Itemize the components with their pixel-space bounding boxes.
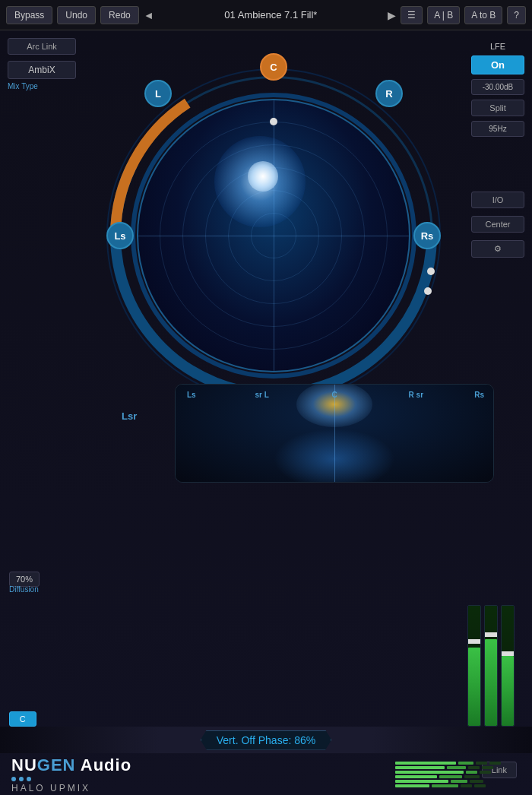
main-sphere: [137, 99, 410, 372]
meter-seg-5-1: [395, 780, 448, 783]
speaker-ls[interactable]: Ls: [106, 222, 134, 249]
io-button[interactable]: I/O: [471, 192, 524, 208]
ring-dot-right-1[interactable]: [427, 268, 435, 275]
top-bar: Bypass Undo Redo ◄ 01 Ambience 7.1 Fill*…: [0, 0, 532, 30]
speaker-r[interactable]: R: [375, 80, 403, 107]
spacer: [471, 141, 524, 187]
ring-dot-right-2[interactable]: [424, 287, 432, 295]
meter-seg-6-1: [395, 784, 429, 787]
meter-seg-1-1: [395, 762, 456, 765]
lfe-on-button[interactable]: On: [471, 55, 524, 74]
playlist-button[interactable]: ☰: [401, 6, 423, 24]
help-button[interactable]: ?: [507, 6, 526, 24]
speaker-lsr-label: Lsr: [122, 410, 137, 422]
viz2d-rsr-label: R sr: [409, 391, 423, 399]
sphere-container: C L R Ls Rs: [99, 38, 448, 433]
arc-link-button[interactable]: Arc Link: [8, 38, 76, 55]
viz2d-panel: Ls sr L C R sr Rs: [175, 384, 494, 483]
sphere-glow-inner: [248, 161, 278, 192]
ring-dot-top[interactable]: [270, 118, 277, 125]
lfe-label: LFE: [471, 42, 524, 51]
redo-button[interactable]: Redo: [100, 6, 139, 24]
center-area: C L R Ls Rs Lsr Rsr: [84, 30, 464, 795]
center-button[interactable]: Center: [471, 216, 524, 233]
viz2d-srl-label: sr L: [255, 391, 269, 399]
speaker-c[interactable]: C: [260, 53, 287, 81]
lfe-level-display[interactable]: -30.00dB: [471, 79, 524, 95]
atob-button[interactable]: A to B: [464, 6, 502, 24]
play-button[interactable]: ▶: [388, 9, 396, 21]
preset-name: 01 Ambience 7.1 Fill*: [224, 9, 317, 21]
undo-button[interactable]: Undo: [57, 6, 96, 24]
crosshair-horizontal: [138, 236, 409, 236]
left-panel: Arc Link AmbiX Mix Type: [0, 30, 84, 795]
meter-seg-3-1: [395, 771, 464, 774]
meter-seg-4-1: [395, 775, 437, 778]
phase-display: Vert. Off Phase: 86%: [201, 730, 331, 750]
right-panel: LFE On -30.00dB Split 95Hz I/O Center ⚙: [464, 30, 532, 795]
meter-seg-4-2: [439, 775, 462, 778]
bypass-button[interactable]: Bypass: [6, 6, 52, 24]
viz2d-ls-label: Ls: [187, 391, 196, 399]
preset-area: 01 Ambience 7.1 Fill*: [159, 9, 384, 21]
ab-button[interactable]: A | B: [427, 6, 460, 24]
split-button[interactable]: Split: [471, 100, 524, 116]
speaker-rs[interactable]: Rs: [413, 222, 441, 249]
meter-seg-6-2: [432, 784, 458, 787]
mix-type-button[interactable]: AmbiX: [8, 61, 76, 79]
main-area: Arc Link AmbiX Mix Type: [0, 30, 532, 795]
viz2d-centerline: [334, 385, 335, 482]
meter-seg-2-1: [395, 766, 445, 769]
prev-preset-arrow[interactable]: ◄: [144, 9, 154, 21]
speaker-l[interactable]: L: [144, 80, 172, 107]
mix-type-label: Mix Type: [8, 82, 76, 90]
gear-button[interactable]: ⚙: [471, 240, 524, 258]
lfe-freq-display[interactable]: 95Hz: [471, 121, 524, 137]
viz2d-c-label: C: [331, 391, 337, 399]
